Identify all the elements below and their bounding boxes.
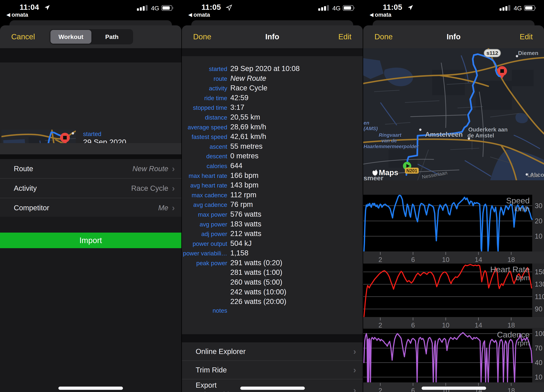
cancel-button[interactable]: Cancel bbox=[11, 25, 35, 48]
page-title: Info bbox=[182, 25, 363, 48]
screen-ride-map-charts: 11:05 ◀omata 4G Done Info Edit Amstelvee… bbox=[363, 0, 544, 392]
info-value: 76 rpm bbox=[230, 200, 253, 208]
info-label: started bbox=[182, 66, 227, 72]
chevron-right-icon: › bbox=[353, 366, 356, 374]
svg-text:10: 10 bbox=[442, 322, 449, 328]
info-value: 42,61 km/h bbox=[230, 133, 266, 141]
three-iphone-screens: { "colors":{"accent_yellow":"#EDC93F","l… bbox=[0, 0, 544, 392]
info-label: power output bbox=[182, 240, 227, 247]
map-label: van de bbox=[381, 138, 397, 144]
map-town-dot bbox=[419, 129, 422, 131]
battery-icon bbox=[524, 5, 537, 12]
option-row-route[interactable]: RouteNew Route› bbox=[0, 159, 181, 178]
map-label: Amstelveen bbox=[425, 131, 463, 138]
map-road-badge: N201 bbox=[405, 168, 419, 174]
home-indicator[interactable] bbox=[58, 386, 123, 390]
svg-text:18: 18 bbox=[507, 322, 515, 328]
svg-text:2: 2 bbox=[378, 387, 382, 392]
row-label: Activity bbox=[14, 184, 131, 192]
network-type: 4G bbox=[332, 5, 341, 12]
info-value: 112 rpm bbox=[230, 191, 256, 199]
info-value: 644 bbox=[230, 161, 242, 170]
svg-text:18: 18 bbox=[507, 256, 515, 263]
row-value: New Route bbox=[132, 165, 168, 173]
info-row: max power576 watts bbox=[182, 210, 363, 220]
ride-info-list: started29 Sep 2020 at 10:08routeNew Rout… bbox=[182, 56, 363, 334]
info-label: avg heart rate bbox=[182, 182, 227, 189]
back-triangle-icon: ◀ bbox=[188, 12, 192, 17]
action-row-export[interactable]: ExportExchange Link, GPX, KML, CSV, TCX,… bbox=[182, 379, 363, 392]
action-row-online-explorer[interactable]: Online Explorer› bbox=[182, 342, 363, 360]
section-gap bbox=[0, 154, 181, 159]
action-row-trim-ride[interactable]: Trim Ride› bbox=[182, 360, 363, 379]
svg-text:6: 6 bbox=[411, 387, 415, 392]
status-time: 11:05 bbox=[383, 3, 402, 12]
svg-text:10: 10 bbox=[535, 232, 542, 240]
segment-path[interactable]: Path bbox=[91, 30, 132, 44]
info-row: power output504 kJ bbox=[182, 239, 363, 249]
section-gap bbox=[182, 48, 363, 56]
info-label: ascent bbox=[182, 143, 227, 150]
chevron-right-icon: › bbox=[353, 386, 356, 392]
map-label: Haarlemmermeerpolder bbox=[364, 144, 419, 150]
info-value: 28,69 km/h bbox=[230, 123, 266, 131]
speed-chart[interactable]: 102030Speedkm/h26101418 bbox=[363, 195, 544, 264]
nav-bar: Cancel Workout Path bbox=[0, 25, 181, 48]
back-to-app[interactable]: ◀omata bbox=[370, 12, 391, 18]
option-row-competitor[interactable]: CompetitorMe› bbox=[0, 198, 181, 217]
home-indicator[interactable] bbox=[240, 386, 305, 390]
import-button[interactable]: Import bbox=[0, 233, 181, 248]
ride-route-map[interactable]: AmstelveenOuderkerk aande AmstelDiemenAb… bbox=[363, 48, 544, 180]
info-label: max heart rate bbox=[182, 173, 227, 179]
option-row-activity[interactable]: ActivityRace Cycle› bbox=[0, 178, 181, 198]
chevron-right-icon: › bbox=[172, 184, 175, 193]
info-row: power variabili…1,158 bbox=[182, 249, 363, 259]
row-value: Me bbox=[158, 204, 168, 212]
action-subtitle: Exchange Link, GPX, KML, CSV, TCX, FIT bbox=[196, 391, 356, 392]
map-town-dot bbox=[72, 132, 74, 135]
edit-button[interactable]: Edit bbox=[338, 25, 351, 48]
heart-rate-chart[interactable]: 90110130150Heart Ratebpm26101418 bbox=[363, 264, 544, 328]
cadence-chart[interactable]: 104070100Cadencerpm26101418 bbox=[363, 329, 544, 392]
svg-text:Cadence: Cadence bbox=[497, 330, 530, 339]
map-label: (AMS) bbox=[364, 126, 378, 132]
segment-workout[interactable]: Workout bbox=[50, 30, 91, 44]
info-value: 226 watts (20:00) bbox=[230, 297, 286, 306]
info-value: 212 watts bbox=[230, 230, 261, 238]
back-to-app[interactable]: ◀omata bbox=[6, 12, 28, 18]
svg-text:70: 70 bbox=[535, 344, 542, 352]
row-value: Race Cycle bbox=[131, 184, 168, 192]
home-indicator[interactable] bbox=[422, 386, 486, 390]
map-label: Ringvaart bbox=[379, 133, 402, 138]
back-to-app[interactable]: ◀omata bbox=[188, 12, 210, 18]
svg-text:130: 130 bbox=[535, 280, 544, 288]
page-title: Info bbox=[363, 25, 544, 48]
stat-label: started bbox=[83, 130, 177, 138]
location-arrow-outline-icon bbox=[226, 4, 232, 12]
screen-ride-info: 11:05 ◀omata 4G Done Info Edit started29… bbox=[181, 0, 363, 392]
svg-text:km/h: km/h bbox=[514, 205, 530, 213]
svg-text:10: 10 bbox=[442, 256, 449, 263]
signal-bars-icon bbox=[137, 5, 149, 12]
info-row-continued: 281 watts (1:00) bbox=[182, 268, 363, 278]
edit-button[interactable]: Edit bbox=[520, 25, 533, 48]
info-value: 260 watts (5:00) bbox=[230, 278, 282, 286]
map-road-badge: s112 bbox=[484, 49, 501, 57]
info-row: adj power212 watts bbox=[182, 230, 363, 239]
info-row: fastest speed42,61 km/h bbox=[182, 133, 363, 142]
nav-bar: Done Info Edit bbox=[363, 25, 544, 48]
map-canvas bbox=[363, 48, 544, 180]
svg-text:14: 14 bbox=[475, 322, 482, 328]
info-row: max cadence112 rpm bbox=[182, 191, 363, 201]
segmented-control[interactable]: Workout Path bbox=[50, 29, 133, 44]
info-label: notes bbox=[182, 307, 227, 314]
svg-text:40: 40 bbox=[535, 359, 542, 366]
info-value: 42:59 bbox=[230, 94, 248, 102]
section-gap bbox=[182, 334, 363, 342]
status-right-cluster: 4G bbox=[137, 5, 174, 12]
svg-text:100: 100 bbox=[535, 330, 544, 337]
info-row: stopped time3:17 bbox=[182, 103, 363, 113]
network-type: 4G bbox=[151, 5, 159, 12]
location-arrow-icon bbox=[407, 4, 414, 12]
info-label: activity bbox=[182, 85, 227, 92]
